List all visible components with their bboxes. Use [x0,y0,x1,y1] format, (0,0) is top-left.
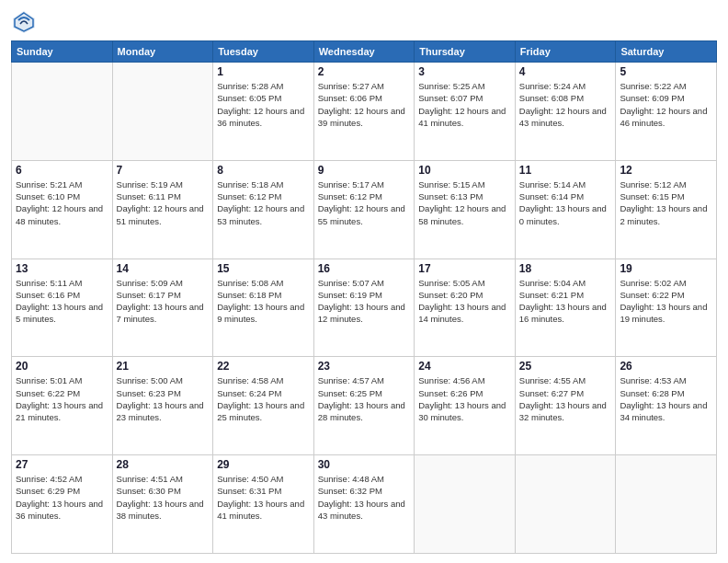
cell-day-number: 18 [519,262,612,275]
cell-day-number: 2 [318,65,411,78]
calendar-week-3: 13Sunrise: 5:11 AM Sunset: 6:16 PM Dayli… [12,259,717,357]
cell-day-number: 4 [519,65,612,78]
calendar-cell: 27Sunrise: 4:52 AM Sunset: 6:29 PM Dayli… [12,455,113,554]
cell-day-number: 23 [318,360,411,373]
calendar-cell: 3Sunrise: 5:25 AM Sunset: 6:07 PM Daylig… [415,63,516,161]
cell-day-number: 1 [217,65,310,78]
cell-info-text: Sunrise: 5:08 AM Sunset: 6:18 PM Dayligh… [217,277,310,326]
cell-day-number: 29 [217,458,310,471]
calendar-cell [12,63,113,161]
calendar-cell: 12Sunrise: 5:12 AM Sunset: 6:15 PM Dayli… [616,160,717,259]
cell-day-number: 7 [117,164,210,177]
cell-day-number: 14 [117,262,210,275]
cell-day-number: 13 [16,262,108,275]
calendar-cell: 7Sunrise: 5:19 AM Sunset: 6:11 PM Daylig… [112,160,213,259]
day-header-tuesday: Tuesday [213,41,314,63]
cell-day-number: 15 [217,262,310,275]
day-header-wednesday: Wednesday [313,41,415,63]
calendar-cell: 29Sunrise: 4:50 AM Sunset: 6:31 PM Dayli… [213,455,314,554]
cell-day-number: 12 [620,164,712,177]
calendar-cell: 5Sunrise: 5:22 AM Sunset: 6:09 PM Daylig… [616,63,717,161]
calendar-cell: 28Sunrise: 4:51 AM Sunset: 6:30 PM Dayli… [112,455,213,554]
cell-day-number: 17 [418,262,511,275]
cell-day-number: 20 [16,360,108,373]
cell-info-text: Sunrise: 5:05 AM Sunset: 6:20 PM Dayligh… [418,277,511,326]
calendar-header-row: SundayMondayTuesdayWednesdayThursdayFrid… [12,41,717,63]
cell-info-text: Sunrise: 5:24 AM Sunset: 6:08 PM Dayligh… [519,80,612,129]
cell-day-number: 22 [217,360,310,373]
page: SundayMondayTuesdayWednesdayThursdayFrid… [0,0,728,563]
cell-info-text: Sunrise: 5:09 AM Sunset: 6:17 PM Dayligh… [117,277,210,326]
calendar-cell: 13Sunrise: 5:11 AM Sunset: 6:16 PM Dayli… [12,259,113,357]
cell-info-text: Sunrise: 5:02 AM Sunset: 6:22 PM Dayligh… [620,277,712,326]
day-header-saturday: Saturday [616,41,717,63]
cell-day-number: 6 [16,164,108,177]
logo [11,9,40,35]
cell-info-text: Sunrise: 5:00 AM Sunset: 6:23 PM Dayligh… [117,374,210,423]
cell-info-text: Sunrise: 5:07 AM Sunset: 6:19 PM Dayligh… [318,277,411,326]
calendar-cell [415,455,516,554]
calendar-cell: 23Sunrise: 4:57 AM Sunset: 6:25 PM Dayli… [313,357,415,455]
calendar-cell: 18Sunrise: 5:04 AM Sunset: 6:21 PM Dayli… [515,259,616,357]
calendar-table: SundayMondayTuesdayWednesdayThursdayFrid… [11,40,717,554]
cell-day-number: 5 [620,65,712,78]
cell-day-number: 30 [318,458,411,471]
cell-info-text: Sunrise: 4:55 AM Sunset: 6:27 PM Dayligh… [519,374,612,423]
day-header-friday: Friday [515,41,616,63]
cell-info-text: Sunrise: 5:21 AM Sunset: 6:10 PM Dayligh… [16,178,108,227]
calendar-cell: 20Sunrise: 5:01 AM Sunset: 6:22 PM Dayli… [12,357,113,455]
calendar-cell: 1Sunrise: 5:28 AM Sunset: 6:05 PM Daylig… [213,63,314,161]
cell-info-text: Sunrise: 5:15 AM Sunset: 6:13 PM Dayligh… [418,178,511,227]
calendar-cell: 16Sunrise: 5:07 AM Sunset: 6:19 PM Dayli… [313,259,415,357]
cell-info-text: Sunrise: 5:01 AM Sunset: 6:22 PM Dayligh… [16,374,108,423]
calendar-week-5: 27Sunrise: 4:52 AM Sunset: 6:29 PM Dayli… [12,455,717,554]
cell-info-text: Sunrise: 5:22 AM Sunset: 6:09 PM Dayligh… [620,80,712,129]
calendar-cell: 22Sunrise: 4:58 AM Sunset: 6:24 PM Dayli… [213,357,314,455]
calendar-week-2: 6Sunrise: 5:21 AM Sunset: 6:10 PM Daylig… [12,160,717,259]
calendar-cell: 9Sunrise: 5:17 AM Sunset: 6:12 PM Daylig… [313,160,415,259]
cell-info-text: Sunrise: 5:28 AM Sunset: 6:05 PM Dayligh… [217,80,310,129]
calendar-cell: 19Sunrise: 5:02 AM Sunset: 6:22 PM Dayli… [616,259,717,357]
cell-info-text: Sunrise: 5:17 AM Sunset: 6:12 PM Dayligh… [318,178,411,227]
calendar-cell: 4Sunrise: 5:24 AM Sunset: 6:08 PM Daylig… [515,63,616,161]
cell-day-number: 26 [620,360,712,373]
cell-info-text: Sunrise: 5:18 AM Sunset: 6:12 PM Dayligh… [217,178,310,227]
day-header-monday: Monday [112,41,213,63]
cell-info-text: Sunrise: 5:14 AM Sunset: 6:14 PM Dayligh… [519,178,612,227]
header [11,9,717,35]
cell-day-number: 3 [418,65,511,78]
cell-day-number: 9 [318,164,411,177]
cell-info-text: Sunrise: 4:52 AM Sunset: 6:29 PM Dayligh… [16,473,108,522]
cell-info-text: Sunrise: 4:57 AM Sunset: 6:25 PM Dayligh… [318,374,411,423]
cell-info-text: Sunrise: 4:58 AM Sunset: 6:24 PM Dayligh… [217,374,310,423]
calendar-cell: 6Sunrise: 5:21 AM Sunset: 6:10 PM Daylig… [12,160,113,259]
calendar-cell: 21Sunrise: 5:00 AM Sunset: 6:23 PM Dayli… [112,357,213,455]
calendar-cell [616,455,717,554]
cell-info-text: Sunrise: 4:53 AM Sunset: 6:28 PM Dayligh… [620,374,712,423]
cell-info-text: Sunrise: 5:19 AM Sunset: 6:11 PM Dayligh… [117,178,210,227]
calendar-week-4: 20Sunrise: 5:01 AM Sunset: 6:22 PM Dayli… [12,357,717,455]
calendar-cell [112,63,213,161]
calendar-cell: 11Sunrise: 5:14 AM Sunset: 6:14 PM Dayli… [515,160,616,259]
calendar-cell: 30Sunrise: 4:48 AM Sunset: 6:32 PM Dayli… [313,455,415,554]
cell-info-text: Sunrise: 4:56 AM Sunset: 6:26 PM Dayligh… [418,374,511,423]
calendar-cell: 2Sunrise: 5:27 AM Sunset: 6:06 PM Daylig… [313,63,415,161]
calendar-cell: 10Sunrise: 5:15 AM Sunset: 6:13 PM Dayli… [415,160,516,259]
cell-day-number: 11 [519,164,612,177]
cell-info-text: Sunrise: 5:25 AM Sunset: 6:07 PM Dayligh… [418,80,511,129]
cell-day-number: 16 [318,262,411,275]
calendar-cell: 17Sunrise: 5:05 AM Sunset: 6:20 PM Dayli… [415,259,516,357]
cell-day-number: 10 [418,164,511,177]
calendar-cell: 15Sunrise: 5:08 AM Sunset: 6:18 PM Dayli… [213,259,314,357]
cell-info-text: Sunrise: 5:04 AM Sunset: 6:21 PM Dayligh… [519,277,612,326]
day-header-thursday: Thursday [415,41,516,63]
cell-day-number: 27 [16,458,108,471]
calendar-cell: 26Sunrise: 4:53 AM Sunset: 6:28 PM Dayli… [616,357,717,455]
cell-info-text: Sunrise: 5:27 AM Sunset: 6:06 PM Dayligh… [318,80,411,129]
svg-marker-0 [13,11,35,33]
calendar-cell: 8Sunrise: 5:18 AM Sunset: 6:12 PM Daylig… [213,160,314,259]
cell-info-text: Sunrise: 4:48 AM Sunset: 6:32 PM Dayligh… [318,473,411,522]
cell-day-number: 24 [418,360,511,373]
logo-icon [11,9,37,35]
calendar-week-1: 1Sunrise: 5:28 AM Sunset: 6:05 PM Daylig… [12,63,717,161]
